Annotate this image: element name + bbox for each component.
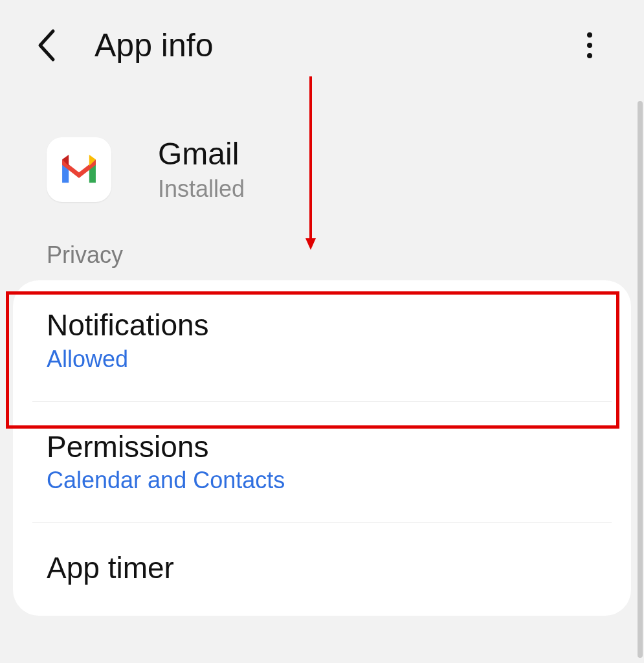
svg-point-2 (587, 53, 592, 58)
permissions-row[interactable]: Permissions Calendar and Contacts (13, 402, 631, 523)
scrollbar[interactable] (638, 101, 643, 658)
app-name: Gmail (158, 136, 245, 172)
chevron-left-icon (36, 28, 56, 62)
app-text: Gmail Installed (158, 136, 245, 203)
svg-point-1 (587, 43, 592, 48)
permissions-title: Permissions (47, 431, 582, 464)
permissions-value: Calendar and Contacts (47, 467, 582, 494)
notifications-title: Notifications (47, 309, 582, 342)
privacy-section-label: Privacy (0, 242, 644, 280)
back-button[interactable] (36, 28, 75, 62)
more-options-button[interactable] (577, 26, 603, 65)
app-info-screen: App info Gmail Installed Priva (0, 0, 644, 663)
header: App info (0, 0, 644, 78)
svg-point-0 (587, 32, 592, 38)
app-timer-row[interactable]: App timer (13, 523, 631, 613)
app-identity: Gmail Installed (0, 78, 644, 242)
privacy-card: Notifications Allowed Permissions Calend… (13, 280, 631, 616)
app-status: Installed (158, 175, 245, 203)
notifications-value: Allowed (47, 346, 582, 373)
app-timer-title: App timer (47, 552, 582, 585)
notifications-row[interactable]: Notifications Allowed (13, 280, 631, 401)
page-title: App info (94, 27, 213, 64)
more-vertical-icon (587, 32, 592, 58)
gmail-app-icon (47, 137, 111, 202)
gmail-icon (56, 146, 102, 193)
